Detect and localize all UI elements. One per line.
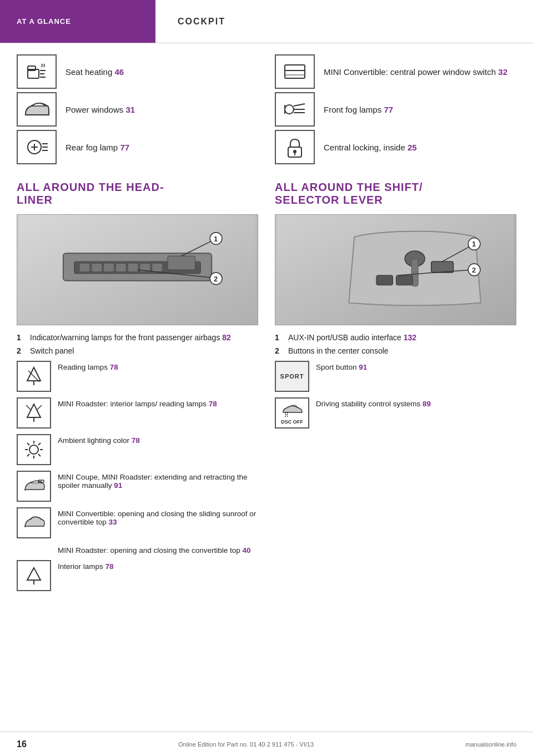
cockpit-label: COCKPIT — [155, 0, 248, 43]
front-fog-lamps-icon-box — [275, 92, 315, 127]
right-column: MINI Convertible: central power window s… — [275, 54, 516, 597]
svg-line-42 — [38, 443, 41, 445]
central-locking-item: Central locking, inside 25 — [275, 130, 516, 164]
mini-convertible-sunroof-icon — [23, 512, 45, 534]
roadster-interior-lamps-item: MINI Roadster: interior lamps/ reading l… — [17, 397, 258, 429]
reading-lamps-item: Reading lamps 78 — [17, 361, 258, 392]
mini-coupe-spoiler-label: MINI Coupe, MINI Roadster: extending and… — [58, 471, 258, 490]
sport-button-icon-text: SPORT — [280, 373, 304, 380]
dsc-off-label: Driving stability control systems 89 — [316, 397, 431, 408]
interior-lamps-label: Interior lamps 78 — [58, 560, 114, 571]
svg-text:1: 1 — [472, 240, 476, 248]
at-a-glance-tab[interactable]: AT A GLANCE — [0, 0, 155, 43]
mini-convertible-window-label: MINI Convertible: central power window s… — [324, 67, 507, 77]
left-icon-items: Seat heating 46 Power windows 31 — [17, 54, 258, 164]
seat-heating-icon-box — [17, 54, 57, 89]
interior-lamps-icon — [23, 565, 45, 587]
mini-coupe-spoiler-icon-box — [17, 471, 51, 502]
mini-roadster-top-label: MINI Roadster: opening and closing the c… — [58, 544, 251, 555]
svg-rect-18 — [128, 264, 138, 271]
rear-fog-lamp-icon — [23, 134, 50, 160]
svg-rect-21 — [168, 256, 195, 270]
footer-info: Online Edition for Part no. 01 40 2 911 … — [178, 741, 314, 748]
headliner-diagram: 1 2 — [17, 214, 258, 325]
svg-text:1: 1 — [214, 235, 218, 243]
svg-point-51 — [285, 105, 294, 114]
mini-convertible-sunroof-item: MINI Convertible: opening and closing th… — [17, 507, 258, 538]
header: AT A GLANCE COCKPIT — [0, 0, 533, 43]
sport-button-icon-box: SPORT — [275, 361, 309, 392]
svg-text:2: 2 — [472, 266, 476, 274]
roadster-interior-lamps-label: MINI Roadster: interior lamps/ reading l… — [58, 397, 217, 408]
svg-rect-64 — [431, 261, 454, 273]
central-locking-label: Central locking, inside 25 — [324, 143, 417, 152]
page-number: 16 — [17, 739, 27, 749]
svg-rect-62 — [376, 275, 393, 285]
ambient-lighting-icon-box — [17, 434, 51, 465]
svg-text:2: 2 — [214, 275, 218, 283]
mini-convertible-window-icon-box — [275, 54, 315, 89]
right-icon-items: MINI Convertible: central power window s… — [275, 54, 516, 164]
central-locking-icon — [281, 134, 308, 160]
ambient-lighting-item: Ambient lighting color 78 — [17, 434, 258, 465]
svg-rect-17 — [116, 264, 126, 271]
seat-heating-item: Seat heating 46 — [17, 54, 258, 89]
headliner-heading: ALL AROUND THE HEAD- LINER — [17, 181, 258, 206]
center-console-sub-items: SPORT Sport button 91 — [275, 361, 516, 429]
power-windows-icon — [23, 96, 50, 123]
svg-rect-16 — [104, 264, 114, 271]
reading-lamps-icon — [23, 365, 45, 387]
rear-fog-lamp-item: Rear fog lamp 77 — [17, 130, 258, 164]
mini-convertible-sunroof-label: MINI Convertible: opening and closing th… — [58, 507, 258, 526]
shift-heading: ALL AROUND THE SHIFT/ SELECTOR LEVER — [275, 181, 516, 206]
svg-marker-28 — [27, 367, 41, 381]
mini-roadster-top-item: MINI Roadster: opening and closing the c… — [17, 544, 258, 555]
mini-convertible-sunroof-icon-box — [17, 507, 51, 538]
rear-fog-lamp-label: Rear fog lamp 77 — [66, 143, 129, 152]
svg-rect-15 — [92, 264, 102, 271]
ambient-lighting-label: Ambient lighting color 78 — [58, 434, 140, 445]
svg-line-33 — [26, 405, 31, 410]
mini-coupe-spoiler-icon — [23, 475, 45, 497]
svg-line-40 — [27, 443, 29, 445]
svg-rect-14 — [80, 264, 90, 271]
seat-heating-icon — [23, 58, 50, 85]
shift-item-1: 1 AUX-IN port/USB audio interface 132 — [275, 333, 516, 342]
sport-button-item: SPORT Sport button 91 — [275, 361, 516, 392]
headliner-item-2: 2 Switch panel — [17, 346, 258, 355]
left-column: Seat heating 46 Power windows 31 — [17, 54, 258, 597]
svg-marker-46 — [27, 568, 41, 580]
headliner-item-1: 1 Indicator/warning lamps for the front … — [17, 333, 258, 342]
svg-rect-20 — [152, 264, 162, 271]
sport-button-label: Sport button 91 — [316, 361, 367, 371]
ambient-lighting-icon — [23, 439, 45, 461]
shift-item-2: 2 Buttons in the center console — [275, 346, 516, 355]
svg-point-35 — [29, 445, 38, 454]
power-windows-item: Power windows 31 — [17, 92, 258, 127]
tab-label: AT A GLANCE — [17, 17, 71, 26]
power-windows-icon-box — [17, 92, 57, 127]
svg-line-41 — [38, 454, 41, 456]
reading-lamps-label: Reading lamps 78 — [58, 361, 118, 371]
roadster-interior-lamps-icon — [23, 402, 45, 424]
switch-panel-sub-items: Reading lamps 78 MINI Roadster: interior… — [17, 361, 258, 591]
svg-line-52 — [294, 104, 305, 106]
footer: 16 Online Edition for Part no. 01 40 2 9… — [0, 732, 533, 756]
interior-lamps-icon-box — [17, 560, 51, 591]
dsc-off-icon-box: DSC OFF — [275, 397, 309, 429]
mini-convertible-window-item: MINI Convertible: central power window s… — [275, 54, 516, 89]
footer-website: manualsonline.info — [465, 741, 516, 748]
reading-lamps-icon-box — [17, 361, 51, 392]
svg-line-34 — [37, 405, 42, 410]
mini-coupe-spoiler-item: MINI Coupe, MINI Roadster: extending and… — [17, 471, 258, 502]
rear-fog-lamp-icon-box — [17, 130, 57, 164]
roadster-interior-lamps-icon-box — [17, 397, 51, 429]
power-windows-label: Power windows 31 — [66, 105, 135, 114]
central-locking-icon-box — [275, 130, 315, 164]
main-content: Seat heating 46 Power windows 31 — [0, 43, 533, 608]
mini-convertible-window-icon — [281, 58, 308, 85]
shift-diagram-svg: 1 2 — [275, 215, 516, 325]
front-fog-lamps-icon — [281, 96, 308, 123]
svg-rect-63 — [396, 275, 413, 285]
svg-line-43 — [27, 454, 29, 456]
